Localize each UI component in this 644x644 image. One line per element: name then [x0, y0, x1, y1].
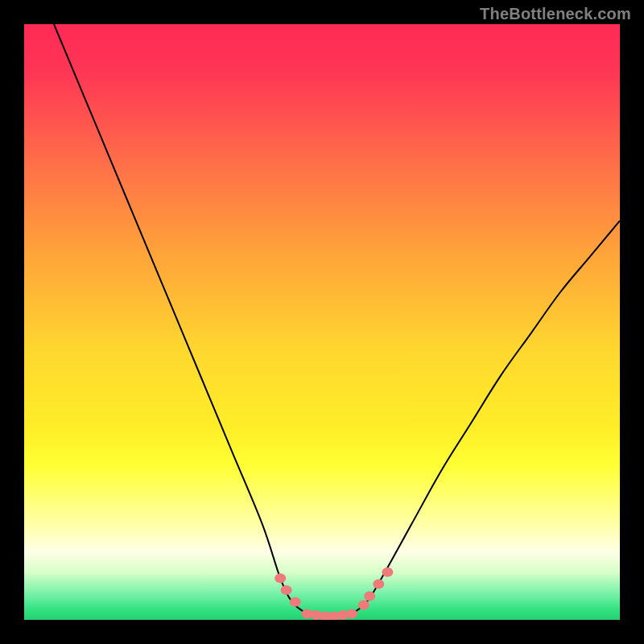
- watermark-text: TheBottleneck.com: [480, 5, 631, 23]
- floor-marker: [358, 601, 369, 610]
- floor-marker: [373, 580, 384, 589]
- outer-frame: TheBottleneck.com: [0, 0, 644, 644]
- floor-marker: [275, 573, 286, 583]
- floor-marker: [281, 585, 292, 595]
- floor-markers: [275, 568, 393, 620]
- curve-left-arm: [54, 24, 308, 614]
- floor-marker: [364, 591, 375, 601]
- floor-marker: [382, 568, 393, 577]
- plot-area: [24, 24, 620, 620]
- floor-marker: [290, 597, 301, 607]
- curve-layer: [24, 24, 620, 620]
- floor-marker: [346, 609, 357, 619]
- curve-right-arm: [352, 221, 620, 613]
